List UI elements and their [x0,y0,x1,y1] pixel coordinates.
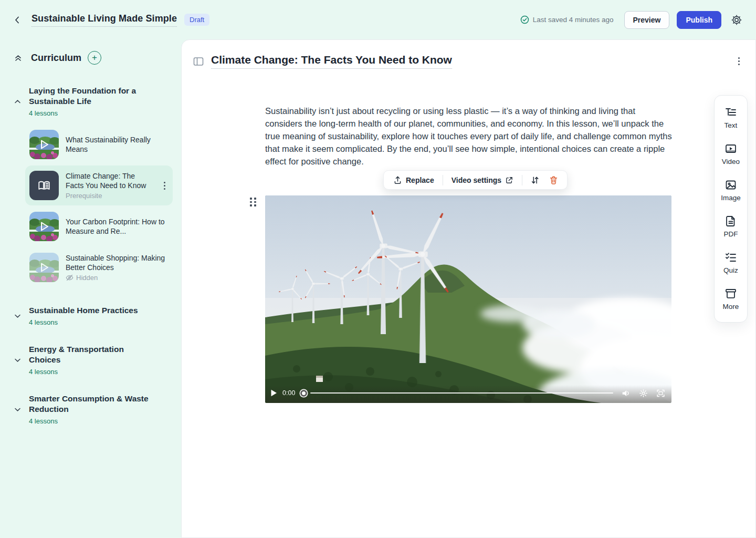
video-player[interactable]: 0:00 [265,195,671,403]
lesson-title: What Sustainability Really Means [66,135,169,154]
lesson-title: Your Carbon Footprint: How to Measure an… [66,217,169,236]
chevron-up-icon [14,98,22,106]
lesson-video-thumbnail [29,253,59,282]
insert-image-button[interactable]: Image [721,179,741,202]
play-icon [270,389,277,397]
curriculum-title: Curriculum [31,53,81,64]
image-icon [724,179,737,191]
section-collapse-button[interactable] [12,86,24,117]
section-smarter-consumption: Smarter Consumption & Waste Reduction 4 … [10,394,173,425]
lesson-title: Sustainable Shopping: Making Better Choi… [66,253,169,272]
lesson-options-button[interactable] [735,54,743,68]
play-overlay-icon [29,130,59,159]
section-sustainable-home: Sustainable Home Practices 4 lessons [10,305,173,326]
video-quality-button[interactable] [638,388,649,399]
play-overlay-icon [29,253,59,282]
section-expand-button[interactable] [12,344,24,376]
lesson-video-thumbnail [29,130,59,159]
insert-pdf-button[interactable]: PDF [724,215,738,238]
replace-button[interactable]: Replace [389,172,438,188]
section-expand-button[interactable] [12,305,24,326]
double-chevron-up-icon [14,54,23,63]
lesson-editor-header: Climate Change: The Facts You Need to Kn… [182,40,755,69]
settings-button[interactable] [729,12,744,28]
quiz-checklist-icon [724,251,737,264]
insert-quiz-button[interactable]: Quiz [723,251,738,274]
chevron-down-icon [14,312,22,320]
lesson-item-sustainable-shopping[interactable]: Sustainable Shopping: Making Better Choi… [25,247,173,287]
topbar-right: Last saved 4 minutes ago Preview Publish [520,11,744,29]
lesson-editor-panel: Climate Change: The Facts You Need to Kn… [181,39,756,538]
back-button[interactable] [10,13,24,27]
curriculum-header: Curriculum + [10,51,173,65]
curriculum-sidebar: Curriculum + Laying the Foundation for a… [0,39,181,538]
section-lesson-count: 4 lessons [29,318,138,326]
lesson-item-what-sustainability[interactable]: What Sustainability Really Means [25,125,173,164]
section-expand-button[interactable] [12,394,24,425]
section-lesson-count: 4 lessons [29,109,150,117]
play-button[interactable] [269,388,278,398]
section-title[interactable]: Energy & Transportation Choices [29,344,150,365]
last-saved-status: Last saved 4 minutes ago [520,15,614,24]
delete-block-button[interactable] [545,173,562,188]
eye-off-icon [66,274,74,282]
gear-icon [731,14,742,26]
lesson-video-thumbnail [29,212,59,241]
insert-video-button[interactable]: Video [722,142,740,165]
collapse-all-button[interactable] [12,51,25,65]
fullscreen-button[interactable] [655,388,666,398]
move-block-button[interactable] [527,173,543,188]
add-section-button[interactable]: + [88,51,101,65]
lesson-list: What Sustainability Really Means Climate… [25,125,173,287]
gear-icon [639,389,648,398]
lesson-item-climate-change[interactable]: Climate Change: The Facts You Need to Kn… [25,165,173,205]
lesson-title: Climate Change: The Facts You Need to Kn… [66,171,154,190]
more-blocks-icon [724,287,737,300]
preview-button[interactable]: Preview [624,11,670,29]
progress-bar[interactable] [310,392,613,394]
course-builder-app: Sustainable Living Made Simple Draft Las… [0,0,756,538]
insert-text-button[interactable]: Text [724,106,738,129]
panel-toggle-icon [193,57,204,66]
volume-button[interactable] [621,388,632,398]
section-laying-the-foundation: Laying the Foundation for a Sustainable … [10,86,173,117]
trash-icon [549,175,558,185]
lesson-prerequisite-label: Prerequisite [66,192,154,200]
publish-button[interactable]: Publish [677,11,721,29]
toolbar-divider [522,175,522,185]
topbar: Sustainable Living Made Simple Draft Las… [0,0,756,39]
block-drag-handle[interactable] [250,198,256,206]
course-title[interactable]: Sustainable Living Made Simple [32,13,177,27]
lesson-reading-tile [29,171,59,200]
check-circle-icon [520,15,529,24]
section-lesson-count: 4 lessons [29,368,150,376]
video-icon [724,142,737,155]
toolbar-divider [443,175,443,185]
lesson-item-carbon-footprint[interactable]: Your Carbon Footprint: How to Measure an… [25,206,173,246]
open-book-icon [37,179,51,192]
sort-arrows-icon [530,175,540,185]
fullscreen-icon [656,389,665,397]
lesson-hidden-label: Hidden [66,274,169,282]
lesson-intro-paragraph[interactable]: Sustainability isn’t just about recyclin… [265,105,674,168]
video-controls: 0:00 [265,385,671,403]
toggle-sidebar-button[interactable] [191,55,206,68]
insert-more-button[interactable]: More [723,287,739,311]
volume-icon [622,389,631,397]
video-current-time: 0:00 [282,389,295,397]
lesson-menu-button[interactable] [161,179,169,193]
scrubber-knob[interactable] [300,390,307,397]
section-title[interactable]: Sustainable Home Practices [29,305,138,316]
section-lesson-count: 4 lessons [29,417,150,425]
back-chevron-icon [13,15,22,25]
section-title[interactable]: Laying the Foundation for a Sustainable … [29,86,150,107]
wind-farm-video-frame [265,195,671,403]
section-energy-transportation: Energy & Transportation Choices 4 lesson… [10,344,173,376]
pdf-file-icon [724,215,737,227]
section-title[interactable]: Smarter Consumption & Waste Reduction [29,394,150,415]
topbar-left: Sustainable Living Made Simple Draft [10,13,209,27]
lesson-page-title[interactable]: Climate Change: The Facts You Need to Kn… [211,54,452,69]
text-icon [724,106,737,119]
video-settings-button[interactable]: Video settings [447,173,518,188]
status-badge: Draft [184,14,209,26]
